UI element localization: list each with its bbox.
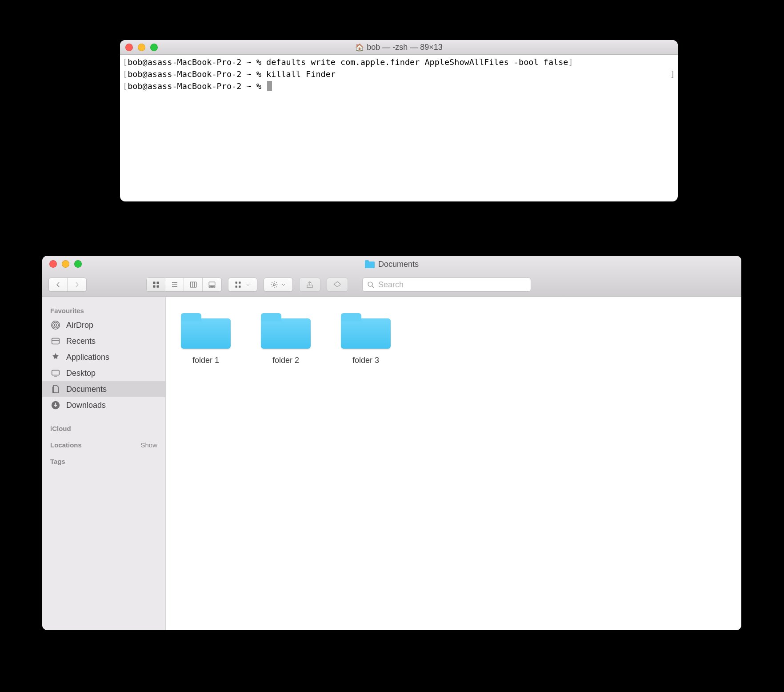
terminal-title: 🏠 bob — -zsh — 89×13 [355, 43, 443, 52]
svg-rect-10 [209, 282, 215, 286]
close-icon[interactable] [125, 44, 133, 51]
svg-rect-27 [52, 370, 60, 375]
locations-show-button[interactable]: Show [140, 441, 157, 449]
folder-label: folder 3 [335, 356, 397, 365]
svg-rect-14 [236, 282, 238, 284]
finder-title: Documents [365, 260, 419, 269]
sidebar-heading-locations[interactable]: Locations Show [42, 438, 165, 451]
sidebar-item-desktop[interactable]: Desktop [42, 365, 165, 381]
recents-icon [50, 336, 61, 346]
svg-rect-0 [153, 282, 155, 284]
sidebar-item-label: Documents [66, 385, 107, 394]
applications-icon [50, 352, 61, 362]
svg-rect-15 [236, 286, 238, 288]
sidebar-heading-tags[interactable]: Tags [42, 454, 165, 468]
prompt: bob@asass-MacBook-Pro-2 ~ % [128, 57, 261, 67]
minimize-icon[interactable] [138, 44, 145, 51]
cursor-icon [267, 81, 272, 91]
view-icons-button[interactable] [147, 278, 165, 291]
cmd-0: defaults write com.apple.finder AppleSho… [266, 57, 568, 67]
svg-rect-13 [214, 286, 215, 287]
close-icon[interactable] [49, 260, 57, 268]
finder-window: Documents [42, 256, 741, 630]
svg-rect-7 [190, 282, 196, 287]
terminal-body[interactable]: [bob@asass-MacBook-Pro-2 ~ % defaults wr… [120, 55, 678, 201]
sidebar-item-documents[interactable]: Documents [42, 381, 165, 397]
sidebar-item-recents[interactable]: Recents [42, 333, 165, 349]
sidebar-item-downloads[interactable]: Downloads [42, 397, 165, 413]
svg-line-21 [372, 286, 374, 287]
back-button[interactable] [49, 278, 68, 291]
nav-buttons [48, 278, 87, 292]
svg-point-20 [368, 282, 372, 286]
sidebar-item-label: Desktop [66, 369, 96, 378]
folder-item[interactable]: folder 1 [175, 310, 237, 365]
arrange-button[interactable] [228, 278, 257, 292]
view-columns-button[interactable] [184, 278, 203, 291]
svg-rect-2 [153, 286, 155, 288]
folder-icon [339, 310, 392, 350]
folder-item[interactable]: folder 2 [255, 310, 317, 365]
svg-point-23 [53, 322, 59, 328]
view-list-button[interactable] [165, 278, 184, 291]
sidebar-item-airdrop[interactable]: AirDrop [42, 317, 165, 333]
view-mode-segment [146, 278, 222, 292]
traffic-lights [49, 260, 82, 268]
svg-rect-12 [212, 286, 213, 287]
forward-button[interactable] [68, 278, 86, 291]
finder-titlebar[interactable]: Documents [42, 256, 741, 273]
folder-icon [365, 260, 375, 268]
share-button[interactable] [299, 278, 320, 292]
sidebar-item-label: AirDrop [66, 321, 93, 330]
search-icon [367, 281, 375, 289]
search-input[interactable] [378, 280, 526, 290]
action-button[interactable] [264, 278, 293, 292]
svg-rect-1 [156, 282, 159, 284]
finder-toolbar [42, 273, 741, 297]
folder-icon [179, 310, 232, 350]
traffic-lights [125, 44, 158, 51]
sidebar-item-applications[interactable]: Applications [42, 349, 165, 365]
airdrop-icon [50, 320, 61, 330]
folder-icon [259, 310, 312, 350]
finder-title-text: Documents [378, 260, 419, 269]
folder-item[interactable]: folder 3 [335, 310, 397, 365]
sidebar-item-label: Downloads [66, 401, 106, 410]
finder-sidebar: Favourites AirDrop Recents Applications … [42, 297, 166, 630]
terminal-window: 🏠 bob — -zsh — 89×13 [bob@asass-MacBook-… [120, 40, 678, 201]
svg-rect-3 [156, 286, 159, 288]
zoom-icon[interactable] [74, 260, 82, 268]
documents-icon [50, 384, 61, 394]
home-icon: 🏠 [355, 43, 364, 52]
sidebar-item-label: Applications [66, 353, 109, 362]
downloads-icon [50, 400, 61, 410]
sidebar-heading-icloud[interactable]: iCloud [42, 421, 165, 435]
tags-button[interactable] [327, 278, 348, 292]
svg-rect-17 [239, 286, 241, 288]
desktop-icon [50, 368, 61, 378]
zoom-icon[interactable] [150, 44, 158, 51]
svg-rect-16 [239, 282, 241, 284]
svg-rect-25 [52, 338, 60, 344]
minimize-icon[interactable] [62, 260, 69, 268]
search-field[interactable] [362, 278, 531, 292]
folder-label: folder 1 [175, 356, 237, 365]
sidebar-heading-favourites: Favourites [42, 303, 165, 317]
folder-label: folder 2 [255, 356, 317, 365]
prompt: bob@asass-MacBook-Pro-2 ~ % [128, 81, 261, 91]
finder-content-area[interactable]: folder 1 folder 2 folder 3 [166, 297, 741, 630]
sidebar-item-label: Recents [66, 337, 96, 346]
view-gallery-button[interactable] [203, 278, 221, 291]
prompt: bob@asass-MacBook-Pro-2 ~ % [128, 69, 261, 79]
svg-rect-11 [209, 286, 210, 287]
svg-point-22 [54, 324, 57, 326]
terminal-title-text: bob — -zsh — 89×13 [367, 43, 443, 52]
cmd-1: killall Finder [266, 69, 336, 79]
svg-point-18 [273, 284, 276, 286]
terminal-titlebar[interactable]: 🏠 bob — -zsh — 89×13 [120, 40, 678, 55]
